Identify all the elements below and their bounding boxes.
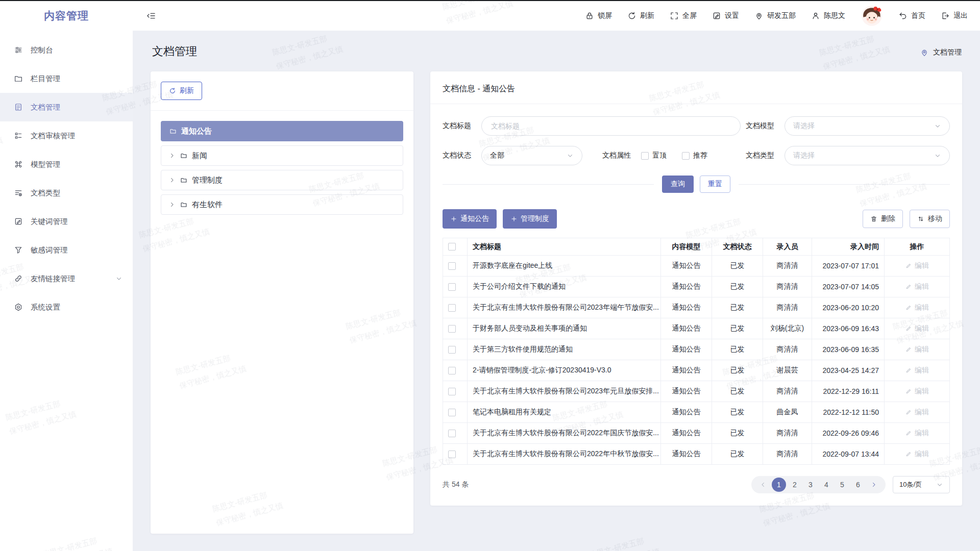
- status-badge: 已发: [712, 402, 763, 423]
- sidebar-collapse-button[interactable]: [146, 11, 156, 21]
- doc-model-label: 文档模型: [746, 121, 777, 131]
- edit-button[interactable]: 编辑: [905, 282, 929, 291]
- home-button[interactable]: 首页: [898, 11, 925, 20]
- sidebar-item-model-management[interactable]: 模型管理: [0, 150, 133, 179]
- page-button-6[interactable]: 6: [851, 478, 865, 492]
- pencil-icon: [905, 450, 912, 458]
- breadcrumb: 文档管理: [920, 48, 962, 57]
- edit-button[interactable]: 编辑: [905, 366, 929, 375]
- reset-button[interactable]: 重置: [700, 176, 730, 193]
- tree-refresh-button[interactable]: 刷新: [161, 82, 202, 100]
- edit-button[interactable]: 编辑: [905, 387, 929, 396]
- edit-button[interactable]: 编辑: [905, 429, 929, 438]
- edit-square-icon: [712, 11, 721, 20]
- table-row: 笔记本电脑租用有关规定 通知公告 已发 曲金凤 2022-12-12 11:50…: [443, 402, 950, 423]
- row-checkbox[interactable]: [448, 325, 456, 333]
- attr-top-checkbox[interactable]: 置顶: [641, 151, 667, 160]
- page-size-select[interactable]: 10条/页: [893, 476, 950, 493]
- sidebar-item-console[interactable]: 控制台: [0, 36, 133, 64]
- pencil-icon: [905, 409, 912, 416]
- sidebar-item-friendly-links[interactable]: 友情链接管理: [0, 264, 133, 293]
- tree-node-news[interactable]: 新闻: [161, 145, 403, 166]
- funnel-icon: [14, 245, 23, 255]
- refresh-icon: [169, 87, 176, 94]
- page-button-5[interactable]: 5: [835, 478, 849, 492]
- main-content: 文档管理 文档管理 刷新 通知公告 新闻 管理制: [133, 31, 980, 551]
- page-button-2[interactable]: 2: [788, 478, 802, 492]
- lock-screen-button[interactable]: 锁屏: [585, 11, 612, 20]
- person-icon: [811, 11, 820, 20]
- sidebar: 控制台 栏目管理 文档管理 文档审核管理 模型管理 文档类型 关键词管理 敏感词…: [0, 31, 133, 551]
- doc-type-select[interactable]: 请选择: [785, 146, 950, 165]
- refresh-button[interactable]: 刷新: [627, 11, 654, 20]
- location-pin-icon: [754, 11, 764, 20]
- tree-node-rules[interactable]: 管理制度: [161, 170, 403, 190]
- prev-page-button[interactable]: [756, 478, 770, 492]
- avatar[interactable]: [861, 5, 883, 27]
- page-button-4[interactable]: 4: [819, 478, 834, 492]
- pencil-icon: [905, 283, 912, 290]
- page-button-1[interactable]: 1: [772, 478, 786, 492]
- status-badge: 已发: [712, 318, 763, 339]
- row-checkbox[interactable]: [448, 367, 456, 374]
- document-icon: [14, 103, 23, 112]
- row-checkbox[interactable]: [448, 304, 456, 312]
- doc-status-select[interactable]: 全部: [481, 146, 582, 165]
- row-checkbox[interactable]: [448, 283, 456, 291]
- table-row: 于财务部人员变动及相关事项的通知 通知公告 已发 刘杨(北京) 2023-06-…: [443, 318, 950, 339]
- table-row: 关于北京有生博大软件股份有限公司2022年国庆节放假安... 通知公告 已发 商…: [443, 423, 950, 444]
- doc-title-input[interactable]: [481, 116, 741, 136]
- fullscreen-button[interactable]: 全屏: [670, 11, 697, 20]
- chevron-left-icon: [760, 481, 767, 488]
- user-menu[interactable]: 陈思文: [811, 11, 845, 20]
- plus-icon: [510, 215, 518, 222]
- attr-recommend-checkbox[interactable]: 推荐: [682, 151, 707, 160]
- folder-icon: [180, 177, 187, 184]
- trash-icon: [870, 215, 877, 222]
- edit-button[interactable]: 编辑: [905, 345, 929, 354]
- page-button-3[interactable]: 3: [803, 478, 818, 492]
- row-checkbox[interactable]: [448, 388, 456, 395]
- row-checkbox[interactable]: [448, 430, 456, 437]
- edit-button[interactable]: 编辑: [905, 261, 929, 270]
- select-all-checkbox[interactable]: [448, 243, 456, 251]
- edit-button[interactable]: 编辑: [905, 324, 929, 333]
- sidebar-item-system-settings[interactable]: 系统设置: [0, 293, 133, 321]
- add-notice-button[interactable]: 通知公告: [443, 209, 497, 229]
- row-checkbox[interactable]: [448, 409, 456, 416]
- pencil-icon: [905, 430, 912, 437]
- move-button[interactable]: 移动: [910, 210, 950, 228]
- delete-button[interactable]: 删除: [863, 210, 903, 228]
- sidebar-item-document-audit[interactable]: 文档审核管理: [0, 121, 133, 150]
- document-info-panel: 文档信息 - 通知公告 文档标题 文档模型 请选择 文档状态 全部 文档属性: [430, 71, 962, 506]
- table-row: 关于北京有生博大软件股份有限公司2022年中秋节放假安... 通知公告 已发 商…: [443, 444, 950, 465]
- next-page-button[interactable]: [867, 478, 881, 492]
- edit-button[interactable]: 编辑: [905, 303, 929, 312]
- logout-button[interactable]: 退出: [941, 11, 968, 20]
- tree-node-notice-selected[interactable]: 通知公告: [161, 121, 403, 141]
- add-rule-button[interactable]: 管理制度: [503, 209, 557, 229]
- row-checkbox[interactable]: [448, 450, 456, 458]
- chevron-down-icon: [934, 122, 941, 130]
- sidebar-item-column-management[interactable]: 栏目管理: [0, 64, 133, 93]
- settings-button[interactable]: 设置: [712, 11, 739, 20]
- row-checkbox[interactable]: [448, 346, 456, 354]
- search-button[interactable]: 查询: [662, 176, 694, 193]
- folder-icon: [14, 74, 23, 83]
- edit-button[interactable]: 编辑: [905, 449, 929, 459]
- doc-model-select[interactable]: 请选择: [785, 116, 950, 136]
- pencil-icon: [905, 304, 912, 311]
- sidebar-item-document-type[interactable]: 文档类型: [0, 179, 133, 207]
- edit-button[interactable]: 编辑: [905, 408, 929, 417]
- chevron-down-icon: [934, 152, 941, 159]
- top-header: 内容管理 锁屏 刷新 全屏 设置 研发五部 陈思文 首页 退出: [0, 1, 980, 31]
- row-checkbox[interactable]: [448, 262, 456, 270]
- plus-icon: [450, 215, 457, 222]
- chevron-down-icon: [567, 152, 574, 159]
- sidebar-item-keyword-management[interactable]: 关键词管理: [0, 207, 133, 236]
- chevron-right-icon: [168, 177, 176, 184]
- sidebar-item-document-management[interactable]: 文档管理: [0, 93, 133, 121]
- sidebar-item-sensitive-words[interactable]: 敏感词管理: [0, 236, 133, 264]
- tree-node-software[interactable]: 有生软件: [161, 194, 403, 215]
- move-arrows-icon: [917, 215, 924, 222]
